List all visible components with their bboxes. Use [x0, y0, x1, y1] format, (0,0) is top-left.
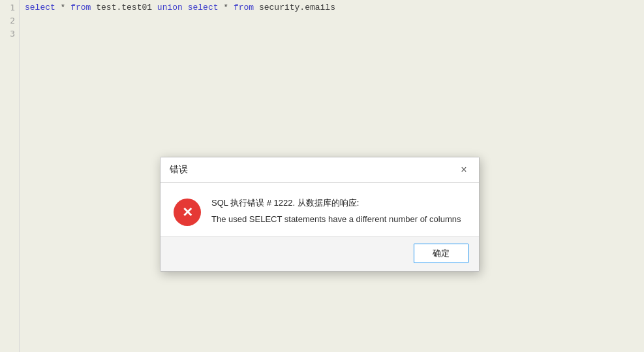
dialog-body: SQL 执行错误 # 1222. 从数据库的响应: The used SELEC… — [161, 183, 479, 236]
error-dialog: 错误 × SQL 执行错误 # 1222. 从数据库的响应: The used … — [160, 157, 480, 272]
dialog-footer: 确定 — [161, 236, 479, 271]
dialog-message-line2: The used SELECT statements have a differ… — [211, 214, 466, 224]
error-icon — [174, 199, 201, 226]
ok-button[interactable]: 确定 — [414, 244, 468, 263]
dialog-message-line1: SQL 执行错误 # 1222. 从数据库的响应: — [211, 197, 466, 209]
dialog-message: SQL 执行错误 # 1222. 从数据库的响应: The used SELEC… — [211, 197, 466, 224]
dialog-titlebar: 错误 × — [161, 157, 479, 183]
dialog-close-button[interactable]: × — [457, 163, 471, 177]
editor-area: 1 2 3 select * from test.test01 union se… — [0, 0, 644, 352]
dialog-title: 错误 — [170, 164, 188, 176]
